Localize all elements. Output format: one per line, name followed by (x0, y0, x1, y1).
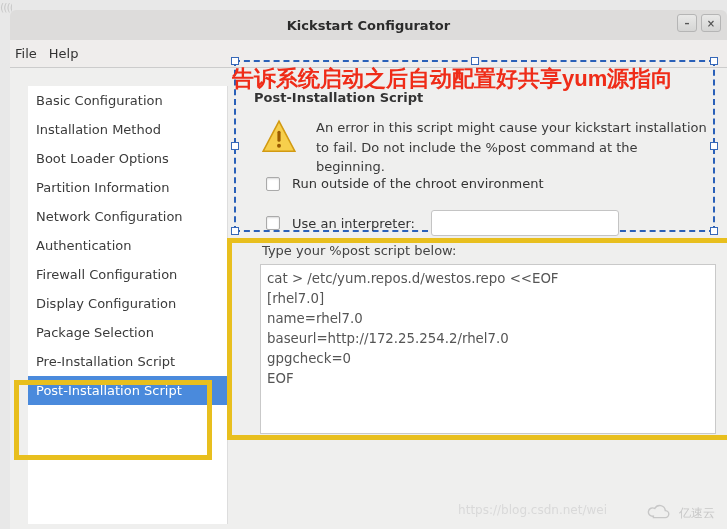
menu-help[interactable]: Help (49, 46, 79, 61)
sidebar-item-post-installation-script[interactable]: Post-Installation Script (28, 376, 227, 405)
chroot-label: Run outside of the chroot environment (292, 176, 544, 191)
script-textarea[interactable] (260, 264, 716, 434)
interpreter-checkbox[interactable] (266, 216, 280, 230)
warning-text: An error in this script might cause your… (316, 118, 707, 177)
sidebar-item-boot-loader-options[interactable]: Boot Loader Options (28, 144, 227, 173)
interpreter-label: Use an interpreter: (292, 216, 415, 231)
annotation-text: 告诉系统启动之后自动配置好共享yum源指向 (232, 64, 673, 94)
window-buttons: – × (677, 14, 721, 32)
minimize-button[interactable]: – (677, 14, 697, 32)
watermark-brand: 亿速云 (645, 502, 715, 525)
watermark-url: https://blog.csdn.net/wei (458, 503, 607, 517)
interpreter-input[interactable] (431, 210, 619, 236)
sidebar-item-partition-information[interactable]: Partition Information (28, 173, 227, 202)
sidebar-item-network-configuration[interactable]: Network Configuration (28, 202, 227, 231)
warning-icon (260, 118, 298, 159)
sidebar-item-authentication[interactable]: Authentication (28, 231, 227, 260)
sidebar-item-package-selection[interactable]: Package Selection (28, 318, 227, 347)
script-label: Type your %post script below: (262, 243, 456, 258)
sidebar-item-installation-method[interactable]: Installation Method (28, 115, 227, 144)
cloud-icon (645, 502, 673, 525)
sidebar-item-display-configuration[interactable]: Display Configuration (28, 289, 227, 318)
sidebar-item-pre-installation-script[interactable]: Pre-Installation Script (28, 347, 227, 376)
menu-file[interactable]: File (15, 46, 37, 61)
main-area: Basic ConfigurationInstallation MethodBo… (10, 68, 727, 529)
option-chroot-row: Run outside of the chroot environment (266, 176, 544, 191)
svg-point-1 (277, 144, 281, 148)
sidebar-item-firewall-configuration[interactable]: Firewall Configuration (28, 260, 227, 289)
warning-row: An error in this script might cause your… (260, 118, 707, 177)
svg-rect-0 (277, 131, 280, 142)
window-title: Kickstart Configurator (287, 18, 450, 33)
content-panel: 告诉系统启动之后自动配置好共享yum源指向 Post-Installation … (230, 68, 727, 529)
close-button[interactable]: × (701, 14, 721, 32)
option-interpreter-row: Use an interpreter: (266, 210, 619, 236)
sidebar-item-basic-configuration[interactable]: Basic Configuration (28, 86, 227, 115)
chroot-checkbox[interactable] (266, 177, 280, 191)
titlebar: Kickstart Configurator – × (10, 10, 727, 40)
sidebar: Basic ConfigurationInstallation MethodBo… (28, 86, 228, 524)
brand-text: 亿速云 (679, 505, 715, 522)
